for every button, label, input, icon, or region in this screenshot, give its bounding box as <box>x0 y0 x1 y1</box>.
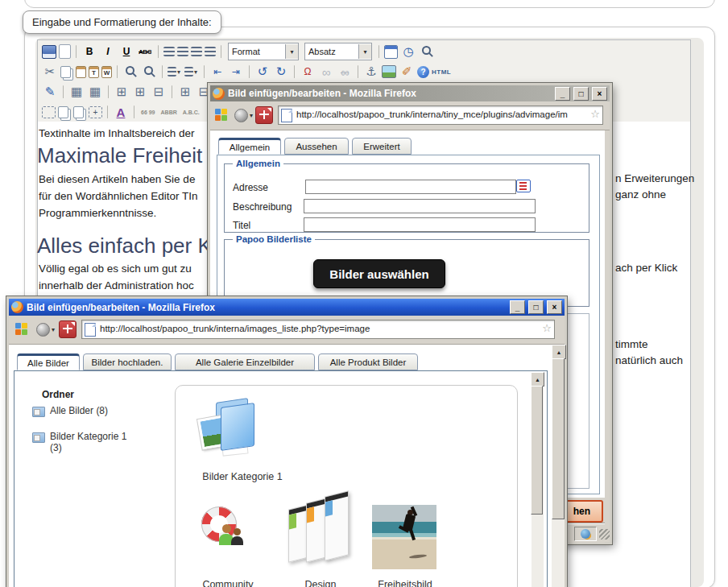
chevron-down-icon[interactable]: ▾ <box>250 112 253 119</box>
thumbnail-label[interactable]: Freiheitsbild <box>361 579 449 587</box>
window-scrollbar-thumb[interactable] <box>552 358 565 519</box>
cut-icon[interactable]: ✂ <box>42 64 58 79</box>
dialog-advimage-titlebar[interactable]: Bild einfügen/bearbeiten - Mozilla Firef… <box>210 85 610 101</box>
image-icon[interactable] <box>382 65 396 78</box>
chevron-down-icon[interactable]: ▾ <box>358 44 371 59</box>
paste-icon[interactable] <box>76 66 86 78</box>
adresse-input[interactable] <box>305 180 516 194</box>
align-right-icon[interactable] <box>191 47 202 56</box>
insert-layer-icon[interactable]: + <box>89 106 102 118</box>
tab-alle-galerie-einzelbilder[interactable]: Alle Galerie Einzelbilder <box>175 353 315 370</box>
tab-alle-bilder[interactable]: Alle Bilder <box>17 353 80 370</box>
papoo-bookmark-icon[interactable] <box>59 320 77 338</box>
dropdown-caret-icon[interactable]: ▾ <box>176 64 182 79</box>
find-icon[interactable] <box>122 64 139 79</box>
table-edit-icon[interactable]: ✎ <box>42 85 58 99</box>
minimize-button[interactable]: _ <box>510 300 525 314</box>
panel-scrollbar-thumb[interactable] <box>531 386 543 515</box>
indent-icon[interactable]: ⇥ <box>228 64 244 79</box>
underline-icon[interactable]: U <box>118 44 134 59</box>
redo-icon[interactable]: ↻ <box>273 64 289 79</box>
preview-icon[interactable] <box>419 44 435 59</box>
dialog-imageslist-titlebar[interactable]: Bild einfügen/bearbeiten - Mozilla Firef… <box>9 299 565 316</box>
thumbnail-freiheitsbild[interactable] <box>372 505 436 569</box>
thumbnail-label[interactable]: Community <box>184 579 272 587</box>
align-justify-icon[interactable] <box>205 47 216 56</box>
bilder-kategorie-folder-label[interactable]: Bilder Kategorie 1 <box>182 471 303 482</box>
papoo-bookmark-icon[interactable] <box>255 106 273 124</box>
url-bar[interactable]: http://localhost/papoo_trunk/interna/tin… <box>278 105 603 125</box>
cleanup-icon[interactable]: ✐ <box>399 64 415 79</box>
table-props-icon[interactable]: ▦ <box>87 85 103 99</box>
copy-icon[interactable] <box>60 66 71 78</box>
help-icon[interactable]: ? <box>417 66 429 78</box>
close-button[interactable]: × <box>592 87 607 101</box>
undo-icon[interactable]: ↺ <box>254 64 271 79</box>
close-button[interactable]: × <box>547 300 562 314</box>
col-before-icon[interactable]: ⊞ <box>177 85 193 99</box>
layer-backward-icon[interactable] <box>73 106 84 118</box>
papoo-grid-icon[interactable] <box>15 323 27 335</box>
tab-aussehen[interactable]: Aussehen <box>284 138 349 155</box>
strikethrough-icon[interactable]: ABC <box>137 44 153 59</box>
style-props-icon[interactable]: A <box>113 105 129 119</box>
bookmark-star-icon[interactable]: ☆ <box>542 322 552 334</box>
outdent-icon[interactable]: ⇤ <box>209 64 225 79</box>
scrollbar-up-icon[interactable]: ▲ <box>531 372 544 387</box>
find-replace-icon[interactable] <box>141 64 157 79</box>
minimize-button[interactable]: _ <box>555 87 570 101</box>
paragraph-select[interactable]: Absatz ▾ <box>304 43 372 60</box>
browse-images-icon[interactable] <box>516 180 531 192</box>
chevron-down-icon[interactable]: ▾ <box>285 44 298 59</box>
blockquote-icon[interactable]: 66 99 <box>139 105 157 119</box>
html-icon[interactable]: HTML <box>432 64 451 79</box>
insert-time-icon[interactable]: ◷ <box>400 44 416 59</box>
link-icon[interactable]: ∞ <box>318 64 334 79</box>
url-text[interactable]: http://localhost/papoo_trunk/interna/ima… <box>100 324 538 333</box>
row-delete-icon[interactable]: ⊟ <box>151 85 167 99</box>
row-after-icon[interactable]: ⊞ <box>132 85 148 99</box>
align-left-icon[interactable] <box>163 47 175 56</box>
papoo-grid-icon[interactable] <box>215 109 227 121</box>
dropdown-caret-icon[interactable]: ▾ <box>192 64 199 79</box>
paste-word-icon[interactable]: W <box>101 66 112 78</box>
bilder-kategorie-folder-icon[interactable] <box>198 394 256 463</box>
folder-item-bilder-kategorie-1[interactable]: Bilder Kategorie 1 (3) <box>32 431 145 453</box>
bilder-auswaehlen-button[interactable]: Bilder auswählen <box>313 259 445 288</box>
new-document-icon[interactable] <box>59 44 71 59</box>
italic-icon[interactable]: I <box>100 44 116 59</box>
table-icon[interactable]: ▦ <box>68 85 85 99</box>
globe-icon[interactable] <box>36 323 50 337</box>
visual-aid-icon[interactable] <box>42 106 56 118</box>
unlink-icon[interactable]: ∞ <box>337 64 353 79</box>
titel-input[interactable] <box>304 217 536 232</box>
tab-alle-produkt-bilder[interactable]: Alle Produkt Bilder <box>318 353 418 370</box>
format-select[interactable]: Format ▾ <box>228 43 299 60</box>
folder-item-alle-bilder[interactable]: Alle Bilder (8) <box>32 405 108 417</box>
chevron-down-icon[interactable]: ▾ <box>52 326 55 333</box>
globe-icon[interactable] <box>234 109 248 122</box>
save-icon[interactable] <box>42 45 56 59</box>
paste-text-icon[interactable]: T <box>89 66 99 78</box>
bold-icon[interactable]: B <box>81 44 97 59</box>
thumbnail-label[interactable]: Design <box>288 579 353 587</box>
char-map-icon[interactable]: Ω <box>300 64 316 79</box>
maximize-button[interactable]: □ <box>573 87 589 101</box>
insert-date-icon[interactable] <box>384 45 398 59</box>
anchor-icon[interactable]: ⚓ <box>363 64 379 79</box>
abbr-icon[interactable]: ABBR <box>159 105 179 119</box>
beschreibung-input[interactable] <box>304 199 536 213</box>
scrollbar-up-icon[interactable]: ▲ <box>552 345 566 359</box>
url-bar[interactable]: http://localhost/papoo_trunk/interna/ima… <box>81 320 555 339</box>
url-text[interactable]: http://localhost/papoo_trunk/interna/tin… <box>296 110 586 119</box>
layer-forward-icon[interactable] <box>58 106 68 118</box>
thumbnail-community[interactable] <box>200 505 250 555</box>
resize-grip[interactable] <box>599 529 610 539</box>
align-center-icon[interactable] <box>177 47 188 56</box>
maximize-button[interactable]: □ <box>528 300 544 314</box>
acronym-icon[interactable]: A.B.C. <box>181 105 201 119</box>
tab-erweitert[interactable]: Erweitert <box>352 138 412 155</box>
thumbnail-design[interactable] <box>287 494 351 568</box>
bookmark-star-icon[interactable]: ☆ <box>590 108 600 120</box>
tab-bilder-hochladen[interactable]: Bilder hochladen. <box>83 353 172 370</box>
